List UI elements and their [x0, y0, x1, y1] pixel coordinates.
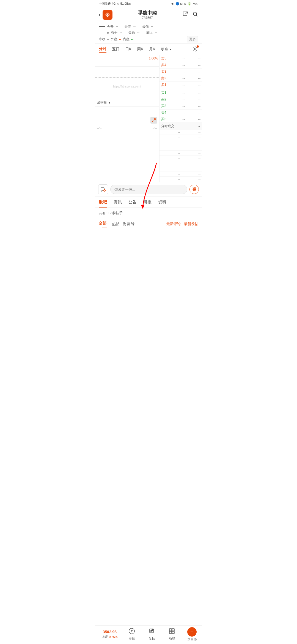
inner-label: 内盘 [123, 37, 130, 42]
filter-tabs: 全部 热帖 财富号 最新评论 最新发帖 [95, 218, 202, 230]
more-button[interactable]: 更多 [187, 36, 198, 42]
filter-tab-all[interactable]: 全部 [99, 220, 110, 228]
tab-ziliao[interactable]: 资料 [158, 197, 166, 208]
buy-row-3: 买3 -- -- [160, 103, 202, 110]
grid-line-1 [95, 66, 159, 67]
low-label: 最低 [142, 24, 149, 29]
buy-row-2: 买2 -- -- [160, 96, 202, 103]
grid-line-2 [95, 88, 159, 88]
trade-row: -- -- [160, 145, 202, 151]
sell-row-3: 卖3 -- -- [160, 69, 202, 75]
tab-rik[interactable]: 日K [125, 47, 131, 52]
filter-tab-underline [102, 228, 107, 228]
trade-rows: -- -- -- -- -- -- -- -- -- -- -- -- [160, 130, 202, 182]
chart-left: 1.00% https://hthsportse.com/ 成交量 ▼ [95, 55, 160, 182]
carrier-signal: 中国联通 4G·↑↓ 51.0B/s [99, 2, 131, 6]
tab-yanbao[interactable]: 研报 [143, 197, 152, 208]
tab-more[interactable]: 更多 ▼ [161, 47, 172, 52]
buy-row-4: 买4 -- -- [160, 110, 202, 116]
content-tabs: 股吧 资讯 公告 研报 资料 [95, 197, 202, 208]
expand-icon[interactable] [150, 117, 157, 124]
time-axis: --:-- --:-- [95, 126, 159, 130]
chart-percent: 1.00% [149, 56, 158, 60]
trade-row: -- -- [160, 177, 202, 182]
filter-latest-comment[interactable]: 最新评论 [166, 222, 181, 227]
chart-area: 1.00% https://hthsportse.com/ 成交量 ▼ [95, 55, 202, 182]
send-button[interactable]: 强 [189, 185, 199, 194]
trade-row: -- -- [160, 130, 202, 135]
tab-zhouk[interactable]: 周K [137, 47, 143, 52]
svg-rect-0 [183, 12, 187, 16]
trade-row: -- -- [160, 166, 202, 171]
stock-code: 787567 [138, 16, 157, 20]
header-left: ‹ [99, 10, 112, 20]
filter-latest-post[interactable]: 最新发帖 [184, 222, 198, 227]
trade-row: -- -- [160, 151, 202, 156]
filter-tab-wealth[interactable]: 财富号 [123, 220, 138, 228]
trade-row: -- -- [160, 140, 202, 145]
svg-line-2 [196, 15, 198, 17]
buy-rows: 买1 -- -- 买2 -- -- 买3 -- -- 买4 -- -- 买5 - [160, 90, 202, 123]
header-right [182, 11, 198, 18]
sell-row-2: 卖2 -- -- [160, 75, 202, 82]
logo-icon [105, 12, 111, 18]
volume-chart [95, 107, 159, 126]
high-label: 最高 [125, 24, 131, 29]
high-dash: -- [133, 24, 136, 29]
tab-guba[interactable]: 股吧 [99, 197, 107, 208]
price-indicator [99, 26, 105, 27]
sell-row-1: 卖1 -- -- [160, 82, 202, 88]
chart-tabs: 分时 五日 日K 周K 月K 更多 ▼ [95, 44, 202, 55]
app-logo [103, 10, 112, 20]
outer-label: 外盘 [111, 37, 117, 42]
open-dash: -- [116, 24, 118, 29]
chevron-down-icon: ▼ [169, 48, 172, 51]
trade-row: -- -- [160, 161, 202, 166]
filter-right: 最新评论 最新发帖 [166, 222, 198, 227]
tab-yuek[interactable]: 月K [149, 47, 155, 52]
tab-gonggao[interactable]: 公告 [128, 197, 137, 208]
chat-input[interactable] [110, 185, 187, 194]
prevclose-label: 昨收 [99, 37, 105, 42]
order-book-divider [160, 89, 202, 89]
chat-icon-button[interactable] [98, 184, 108, 194]
settings-dot [197, 45, 199, 48]
chat-bar: 强 [95, 182, 202, 197]
volume-label[interactable]: 成交量 ▼ [95, 99, 159, 107]
sell-rows: 卖5 -- -- 卖4 -- -- 卖3 -- -- 卖2 -- -- 卖1 - [160, 55, 202, 88]
chevron-down-icon-2: ▼ [108, 101, 111, 104]
post-count: 共有117条帖子 [95, 208, 202, 218]
bottom-spacer [95, 230, 202, 249]
stock-info: 今开 -- 最高 -- 最低 -- -- 总手 -- 金额 -- 量比 -- 昨… [95, 22, 202, 44]
order-book: 卖5 -- -- 卖4 -- -- 卖3 -- -- 卖2 -- -- 卖1 - [160, 55, 202, 182]
back-button[interactable]: ‹ [99, 12, 100, 18]
chevron-up-icon: ▲ [198, 125, 200, 128]
open-label: 今开 [107, 24, 114, 29]
share-icon[interactable] [182, 11, 188, 18]
buy-row-1: 买1 -- -- [160, 90, 202, 96]
amount-label: 金额 [128, 30, 135, 35]
trade-row: -- -- [160, 135, 202, 140]
trade-row: -- -- [160, 156, 202, 161]
search-icon[interactable] [192, 11, 198, 18]
filter-tab-hot[interactable]: 热帖 [112, 220, 123, 228]
sell-row-5: 卖5 -- -- [160, 55, 202, 62]
totalhand-label: 总手 [111, 30, 117, 35]
svg-point-3 [194, 48, 196, 50]
dashed-center-line [95, 77, 159, 78]
tab-zixun[interactable]: 资讯 [114, 197, 122, 208]
trade-section-title[interactable]: 分时成交 ▲ [160, 123, 202, 130]
header: ‹ 孚能申购 787567 [95, 7, 202, 22]
tab-wuri[interactable]: 五日 [112, 47, 120, 52]
status-bar: 中国联通 4G·↑↓ 51.0B/s 👁 🔵 51% 🔋 7:09 [95, 0, 202, 7]
header-center: 孚能申购 787567 [138, 10, 157, 20]
chart-main: 1.00% https://hthsportse.com/ [95, 55, 159, 99]
status-right: 👁 🔵 51% 🔋 7:09 [171, 2, 198, 6]
settings-icon[interactable] [192, 46, 198, 53]
sell-row-4: 卖4 -- -- [160, 62, 202, 69]
volratio-label: 量比 [146, 30, 153, 35]
svg-point-1 [193, 12, 197, 15]
tab-fenshi[interactable]: 分时 [99, 47, 106, 53]
stock-name: 孚能申购 [138, 10, 157, 16]
trade-row: -- -- [160, 171, 202, 177]
